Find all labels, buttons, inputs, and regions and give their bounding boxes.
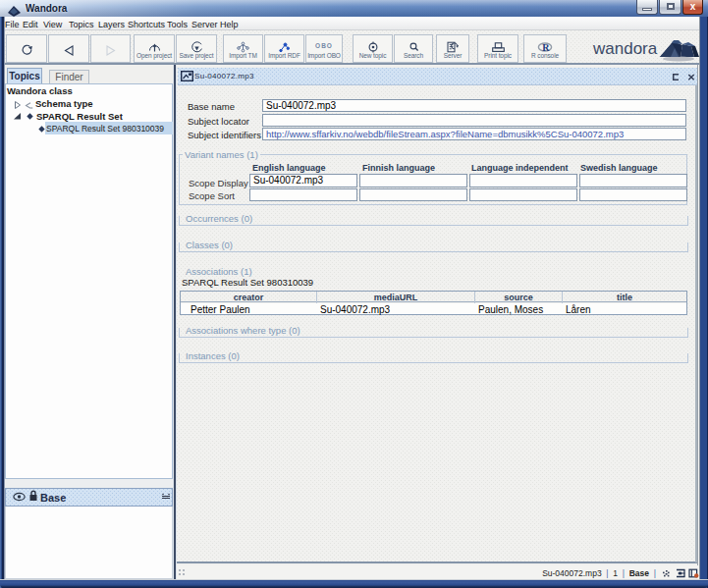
svg-text:R: R <box>542 42 550 53</box>
